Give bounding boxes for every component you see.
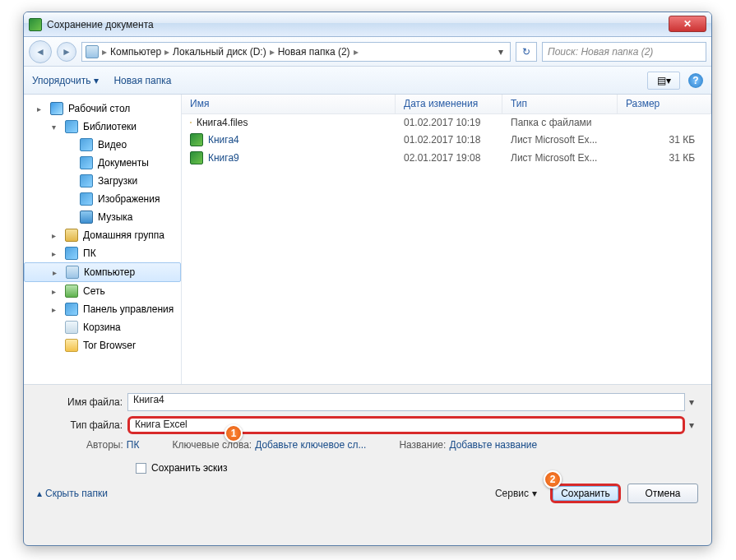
back-button[interactable]: ◄ [29, 40, 52, 63]
chevron-right-icon: ▸ [270, 46, 275, 58]
expand-icon: ▸ [53, 268, 61, 277]
title-value[interactable]: Добавьте название [449, 439, 537, 451]
refresh-button[interactable]: ↻ [516, 42, 537, 62]
tree-item[interactable]: Документы [24, 154, 181, 172]
tree-item[interactable]: ▸Рабочий стол [24, 100, 181, 118]
nav-tree[interactable]: ▸Рабочий стол▾БиблиотекиВидеоДокументыЗа… [24, 95, 182, 384]
hg-icon [65, 229, 78, 242]
folder-icon [65, 339, 78, 352]
body-area: ▸Рабочий стол▾БиблиотекиВидеоДокументыЗа… [24, 95, 711, 384]
tree-item-label: Видео [98, 139, 127, 150]
filetype-dropdown[interactable]: ▾ [685, 419, 698, 431]
service-menu[interactable]: Сервис ▾ [495, 488, 537, 499]
col-size[interactable]: Размер [618, 95, 711, 113]
crumb-folder[interactable]: Новая папка (2) [278, 46, 350, 58]
crumb-disk[interactable]: Локальный диск (D:) [173, 46, 266, 58]
tree-item[interactable]: Tor Browser [24, 336, 181, 354]
expand-icon: ▸ [52, 305, 60, 314]
save-dialog: Сохранение документа ✕ ◄ ► ▸ Компьютер ▸… [23, 12, 712, 546]
new-folder-button[interactable]: Новая папка [113, 75, 171, 86]
file-type: Лист Microsoft Ex... [502, 152, 618, 164]
tree-item-label: Документы [98, 157, 149, 169]
close-button[interactable]: ✕ [669, 16, 706, 32]
tree-item[interactable]: Корзина [24, 318, 181, 336]
tags-label: Ключевые слова: [172, 439, 252, 451]
view-button[interactable]: ▤▾ [647, 72, 680, 90]
address-dropdown[interactable]: ▾ [495, 46, 507, 58]
tree-item[interactable]: ▸Домашняя группа [24, 226, 181, 244]
address-bar[interactable]: ▸ Компьютер ▸ Локальный диск (D:) ▸ Нова… [81, 42, 511, 62]
window-title: Сохранение документа [47, 19, 154, 30]
file-date: 01.02.2017 10:19 [396, 117, 502, 128]
lib-icon [80, 138, 93, 151]
close-icon: ✕ [683, 18, 692, 30]
tree-item-label: Панель управления [83, 303, 174, 315]
back-icon: ◄ [35, 46, 45, 58]
excel-icon [29, 18, 42, 31]
file-row[interactable]: Книга401.02.2017 10:18Лист Microsoft Ex.… [182, 131, 711, 149]
tree-item-label: Домашняя группа [83, 229, 164, 241]
file-icon [190, 133, 203, 146]
lib-icon [80, 192, 93, 206]
tree-item-label: Tor Browser [83, 340, 136, 351]
tree-item[interactable]: ▸Панель управления [24, 300, 181, 318]
file-icon [190, 151, 203, 164]
file-row[interactable]: Книга902.01.2017 19:08Лист Microsoft Ex.… [182, 149, 711, 167]
title-label: Название: [399, 439, 446, 451]
tree-item-label: Сеть [83, 285, 105, 297]
help-icon: ? [692, 75, 698, 86]
col-type[interactable]: Тип [502, 95, 618, 113]
chevron-up-icon: ▴ [37, 488, 42, 499]
tree-item-label: Загрузки [98, 175, 137, 187]
forward-button[interactable]: ► [57, 42, 76, 62]
file-date: 01.02.2017 10:18 [396, 134, 502, 146]
file-row[interactable]: Книга4.files01.02.2017 10:19Папка с файл… [182, 114, 711, 131]
authors-value[interactable]: ПК [127, 439, 140, 451]
expand-icon: ▾ [52, 123, 60, 132]
col-date[interactable]: Дата изменения [396, 95, 502, 113]
cancel-button[interactable]: Отмена [627, 484, 698, 503]
chevron-right-icon: ▸ [164, 46, 169, 58]
annotation-1: 1 [225, 424, 243, 442]
tree-item-label: Рабочий стол [68, 103, 130, 114]
tree-item[interactable]: Видео [24, 136, 181, 154]
tree-item[interactable]: ▾Библиотеки [24, 118, 181, 136]
col-name[interactable]: Имя [182, 95, 396, 113]
file-type: Лист Microsoft Ex... [502, 134, 618, 146]
expand-icon: ▸ [52, 249, 60, 258]
refresh-icon: ↻ [522, 46, 530, 58]
music-icon [80, 211, 93, 224]
tree-item[interactable]: ▸Компьютер [24, 262, 181, 282]
organize-menu[interactable]: Упорядочить ▾ [32, 75, 99, 86]
tree-item[interactable]: ▸Сеть [24, 282, 181, 300]
tree-item[interactable]: Изображения [24, 190, 181, 208]
filename-dropdown[interactable]: ▾ [685, 396, 698, 408]
filetype-label: Тип файла: [37, 419, 127, 431]
tree-item[interactable]: Загрузки [24, 172, 181, 190]
lib-icon [65, 303, 78, 316]
tree-item[interactable]: Музыка [24, 208, 181, 226]
net-icon [65, 285, 78, 298]
file-name: Книга4 [208, 134, 239, 146]
chevron-down-icon: ▾ [94, 75, 99, 86]
thumbnail-label: Сохранить эскиз [151, 462, 228, 474]
chevron-right-icon: ▸ [354, 46, 359, 58]
tags-value[interactable]: Добавьте ключевое сл... [255, 439, 366, 451]
tree-item-label: Компьютер [84, 266, 135, 278]
nav-bar: ◄ ► ▸ Компьютер ▸ Локальный диск (D:) ▸ … [24, 37, 711, 67]
hide-folders-link[interactable]: ▴Скрыть папки [37, 488, 108, 499]
save-button[interactable]: Сохранить [550, 484, 621, 503]
search-input[interactable]: Поиск: Новая папка (2) [542, 42, 706, 62]
tree-item-label: Корзина [83, 322, 121, 333]
help-button[interactable]: ? [688, 73, 703, 88]
crumb-computer[interactable]: Компьютер [110, 46, 161, 58]
tree-item[interactable]: ▸ПК [24, 244, 181, 262]
view-icon: ▤▾ [657, 75, 671, 86]
file-icon [190, 122, 192, 123]
filetype-select[interactable]: Книга Excel [127, 416, 685, 434]
thumbnail-checkbox[interactable] [136, 463, 146, 474]
expand-icon: ▸ [52, 231, 60, 240]
lib-icon [80, 156, 93, 169]
filename-input[interactable]: Книга4 [127, 393, 685, 411]
tree-item-label: Библиотеки [83, 121, 137, 132]
